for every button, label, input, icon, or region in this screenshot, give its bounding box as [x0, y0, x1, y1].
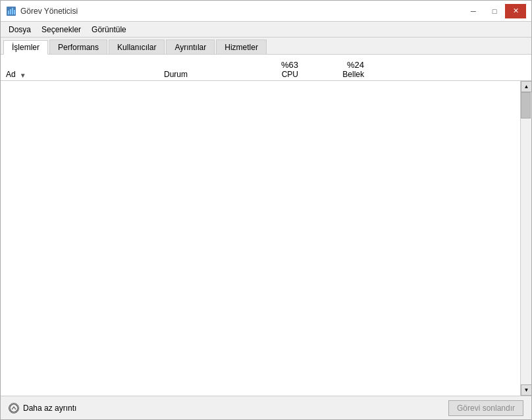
- tab-islemler[interactable]: İşlemler: [3, 40, 48, 55]
- main-window: Görev Yöneticisi ─ □ ✕ Dosya Seçenekler …: [0, 0, 532, 420]
- col-header-status[interactable]: Durum: [159, 68, 238, 80]
- tab-kullanicilar[interactable]: Kullanıcılar: [109, 39, 165, 54]
- svg-rect-3: [12, 8, 13, 14]
- tab-bar: İşlemler Performans Kullanıcılar Ayrıntı…: [1, 38, 531, 55]
- window-title: Görev Yöneticisi: [20, 7, 78, 16]
- svg-point-5: [10, 404, 18, 412]
- footer: Daha az ayrıntı Görevi sonlandır: [1, 396, 531, 419]
- scrollbar-thumb[interactable]: [521, 92, 531, 118]
- process-list[interactable]: [1, 81, 520, 396]
- close-button[interactable]: ✕: [505, 4, 526, 18]
- app-icon: [6, 6, 16, 16]
- menu-goruntule[interactable]: Görüntüle: [86, 24, 132, 36]
- svg-rect-2: [10, 9, 11, 14]
- minimize-button[interactable]: ─: [463, 4, 484, 18]
- title-bar: Görev Yöneticisi ─ □ ✕: [1, 1, 531, 22]
- footer-details[interactable]: Daha az ayrıntı: [9, 403, 76, 413]
- col-header-cpu[interactable]: %63 CPU: [238, 59, 304, 80]
- svg-rect-1: [8, 11, 9, 14]
- details-icon: [9, 403, 19, 413]
- scrollbar-track: [521, 92, 531, 384]
- details-label: Daha az ayrıntı: [23, 404, 76, 413]
- svg-rect-4: [14, 10, 15, 14]
- maximize-button[interactable]: □: [484, 4, 505, 18]
- tab-ayrintilar[interactable]: Ayrıntılar: [166, 39, 215, 54]
- menu-dosya[interactable]: Dosya: [3, 24, 36, 36]
- tab-hizmetler[interactable]: Hizmetler: [216, 39, 267, 54]
- column-headers: Ad ▼ Durum %63 CPU %24 Bellek: [1, 55, 531, 81]
- menu-bar: Dosya Seçenekler Görüntüle: [1, 22, 531, 38]
- col-header-memory[interactable]: %24 Bellek: [304, 59, 369, 80]
- menu-secenekler[interactable]: Seçenekler: [36, 24, 86, 36]
- scrollbar-up-button[interactable]: ▲: [521, 81, 531, 92]
- sort-arrow-icon: ▼: [20, 72, 26, 79]
- scrollbar[interactable]: ▲ ▼: [520, 81, 531, 396]
- title-bar-buttons: ─ □ ✕: [463, 4, 526, 18]
- main-content: ▲ ▼: [1, 81, 531, 396]
- col-header-name[interactable]: Ad ▼: [1, 68, 159, 80]
- title-bar-left: Görev Yöneticisi: [6, 6, 78, 16]
- end-task-button[interactable]: Görevi sonlandır: [448, 400, 523, 416]
- tab-performans[interactable]: Performans: [49, 39, 107, 54]
- scrollbar-down-button[interactable]: ▼: [521, 384, 531, 396]
